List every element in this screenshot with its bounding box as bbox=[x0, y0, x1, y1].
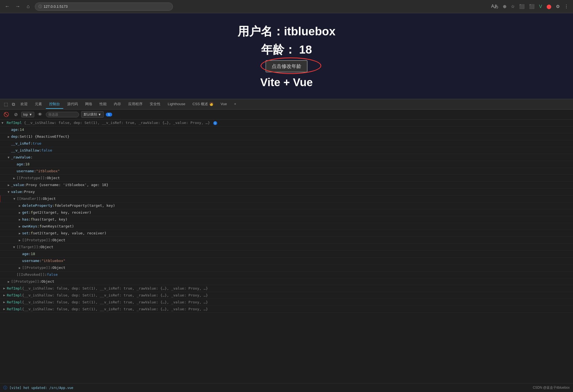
rawvalue-key-row[interactable]: ▶ _rawValue: bbox=[0, 154, 573, 161]
translate-icon[interactable]: Aあ bbox=[490, 2, 500, 10]
tab-lighthouse[interactable]: Lighthouse bbox=[164, 100, 189, 108]
delete-prop-row[interactable]: ▶ deleteProperty: f deleteProperty(targe… bbox=[0, 202, 573, 209]
tab-application[interactable]: 应用程序 bbox=[125, 100, 146, 109]
age-display: 年龄： 18 bbox=[261, 42, 312, 57]
tab-security[interactable]: 安全性 bbox=[146, 100, 164, 109]
target-arrow[interactable]: ▶ bbox=[11, 247, 17, 248]
csdn-label: CSDN @蓝盒子itbluebox bbox=[533, 385, 570, 390]
age-14-row: age: 14 bbox=[0, 126, 573, 133]
tab-sources[interactable]: 源代码 bbox=[64, 100, 81, 109]
tab-memory[interactable]: 内存 bbox=[111, 100, 124, 109]
expand-arrow-4[interactable]: ▶ bbox=[3, 299, 5, 305]
handler-arrow[interactable]: ▶ bbox=[11, 198, 17, 200]
vuejs-icon[interactable]: V bbox=[538, 3, 543, 10]
extension3-icon[interactable]: ⬤ bbox=[545, 3, 553, 10]
handler-row[interactable]: ▶ [[Handler]]: Object bbox=[0, 195, 573, 202]
tab-welcome[interactable]: 欢迎 bbox=[17, 100, 31, 109]
devtools-panel: ⬚ ⧉ 欢迎 元素 控制台 源代码 网络 性能 内存 应用程序 安全性 Ligh… bbox=[0, 99, 573, 392]
dep-row[interactable]: ▶ dep: Set(1) {ReactiveEffect} bbox=[0, 133, 573, 140]
level-dropdown-icon: ▼ bbox=[98, 113, 101, 116]
has-arrow[interactable]: ▶ bbox=[19, 217, 21, 223]
tab-vue[interactable]: Vue bbox=[217, 100, 230, 108]
target-username-row: username: "itbluebox" bbox=[0, 258, 573, 264]
has-row[interactable]: ▶ has: f has(target, key) bbox=[0, 216, 573, 223]
context-selector[interactable]: top ▼ bbox=[21, 112, 34, 117]
clear-console-button[interactable]: 🚫 bbox=[2, 111, 10, 118]
browser-right-actions: Aあ ⊕ ☆ ⬛ ⬛ V ⬤ ⚙ ⋮ bbox=[490, 2, 570, 10]
modify-age-button[interactable]: 点击修改年龄 bbox=[266, 60, 307, 72]
devtools-tabs-bar: ⬚ ⧉ 欢迎 元素 控制台 源代码 网络 性能 内存 应用程序 安全性 Ligh… bbox=[0, 99, 573, 110]
v-isshallow-row: __v_isShallow: false bbox=[0, 147, 573, 154]
filter-toggle-button[interactable]: ⊘ bbox=[13, 111, 19, 118]
value-proxy-expanded-row[interactable]: ▶ value: Proxy bbox=[0, 189, 573, 195]
target-proto-row[interactable]: ▶ [[Prototype]]: Object bbox=[0, 264, 573, 271]
top-proto-row[interactable]: ▶ [[Prototype]]: Object bbox=[0, 278, 573, 285]
rawvalue-age-row: age: 18 bbox=[0, 161, 573, 168]
device-icon[interactable]: ⧉ bbox=[10, 101, 17, 108]
expand-arrow[interactable]: ▶ bbox=[0, 122, 6, 124]
set-row[interactable]: ▶ set: f set2(target, key, value, receiv… bbox=[0, 230, 573, 237]
expand-arrow-3[interactable]: ▶ bbox=[3, 292, 5, 298]
settings-icon[interactable]: ⚙ bbox=[555, 3, 561, 10]
expand-arrow-2[interactable]: ▶ bbox=[3, 285, 5, 292]
tab-add[interactable]: + bbox=[231, 100, 240, 108]
refimpl-row5[interactable]: ▶ RefImpl {__v_isShallow: false, dep: Se… bbox=[0, 306, 573, 313]
delete-arrow[interactable]: ▶ bbox=[19, 203, 21, 209]
rawvalue-arrow[interactable]: ▶ bbox=[6, 157, 12, 159]
inspect-icon[interactable]: ⬚ bbox=[2, 100, 10, 108]
menu-icon[interactable]: ⋮ bbox=[563, 3, 570, 10]
extension1-icon[interactable]: ⬛ bbox=[518, 3, 526, 10]
target-row[interactable]: ▶ [[Target]]: Object bbox=[0, 244, 573, 251]
tab-elements[interactable]: 元素 bbox=[31, 100, 45, 109]
extension2-icon[interactable]: ⬛ bbox=[528, 3, 536, 10]
forward-button[interactable]: → bbox=[14, 3, 22, 10]
address-bar[interactable]: ⓘ 127.0.0.1:5173 bbox=[35, 2, 173, 11]
refimpl-row3[interactable]: ▶ RefImpl {__v_isShallow: false, dep: Se… bbox=[0, 292, 573, 299]
vite-vue-label: Vite + Vue bbox=[260, 76, 313, 89]
level-selector[interactable]: 默认级别 ▼ bbox=[81, 111, 104, 118]
refimpl-row4[interactable]: ▶ RefImpl {__v_isShallow: false, dep: Se… bbox=[0, 299, 573, 306]
ownkeys-row[interactable]: ▶ ownKeys: f ownKeys(target) bbox=[0, 223, 573, 230]
rawvalue-proto-arrow[interactable]: ▶ bbox=[13, 175, 15, 181]
lock-icon: ⓘ bbox=[38, 4, 42, 9]
filter-input[interactable] bbox=[46, 112, 79, 117]
value-arrow[interactable]: ▶ bbox=[6, 191, 12, 193]
expand-arrow-5[interactable]: ▶ bbox=[3, 306, 5, 312]
get-row[interactable]: ▶ get: f get2(target, key, receiver) bbox=[0, 209, 573, 216]
tab-css[interactable]: CSS 概述 🧑 bbox=[189, 100, 217, 109]
handler-proto-arrow[interactable]: ▶ bbox=[19, 237, 21, 243]
back-button[interactable]: ← bbox=[3, 3, 11, 10]
eye-icon[interactable]: 👁 bbox=[36, 111, 44, 118]
message-count-badge: 5 bbox=[106, 113, 112, 116]
level-label: 默认级别 bbox=[84, 112, 97, 117]
url-text: 127.0.0.1:5173 bbox=[44, 4, 68, 9]
hot-update-text: [vite] hot updated: /src/App.vue bbox=[9, 386, 73, 390]
top-proto-arrow[interactable]: ▶ bbox=[8, 279, 10, 285]
tab-performance[interactable]: 性能 bbox=[96, 100, 110, 109]
tab-network[interactable]: 网络 bbox=[82, 100, 96, 109]
info-icon[interactable]: i bbox=[213, 121, 217, 125]
v-isref-row: __v_isRef: true bbox=[0, 140, 573, 147]
tab-console[interactable]: 控制台 bbox=[46, 100, 63, 109]
value-proxy-arrow[interactable]: ▶ bbox=[8, 182, 10, 188]
username-display: 用户名：itbluebox bbox=[238, 24, 336, 39]
ownkeys-arrow[interactable]: ▶ bbox=[19, 224, 21, 230]
handler-proto-row[interactable]: ▶ [[Prototype]]: Object bbox=[0, 237, 573, 244]
value-proxy-row[interactable]: ▶ _value: Proxy {username: 'itbluebox', … bbox=[0, 182, 573, 189]
zoom-icon[interactable]: ⊕ bbox=[502, 3, 508, 10]
console-bottom-bar: ⓘ [vite] hot updated: /src/App.vue CSDN … bbox=[0, 383, 573, 392]
home-button[interactable]: ⌂ bbox=[24, 3, 32, 10]
refimpl-row2[interactable]: ▶ RefImpl {__v_isShallow: false, dep: Se… bbox=[0, 285, 573, 292]
refimpl-main-row[interactable]: ▶ RefImpl {__v_isShallow: false, dep: Se… bbox=[0, 120, 573, 126]
target-proto-arrow[interactable]: ▶ bbox=[19, 265, 21, 271]
dep-arrow[interactable]: ▶ bbox=[8, 134, 10, 140]
app-content: 用户名：itbluebox 年龄： 18 点击修改年龄 Vite + Vue bbox=[0, 13, 573, 99]
target-age-row: age: 18 bbox=[0, 251, 573, 258]
refimpl-text: RefImpl {__v_isShallow: false, dep: Set(… bbox=[7, 120, 217, 126]
csdn-error-icon: ⓘ bbox=[3, 385, 7, 390]
rawvalue-proto-row[interactable]: ▶ [[Prototype]]: Object bbox=[0, 175, 573, 182]
set-arrow[interactable]: ▶ bbox=[19, 231, 21, 237]
rawvalue-username-row: username: "itbluebox" bbox=[0, 168, 573, 175]
get-arrow[interactable]: ▶ bbox=[19, 210, 21, 216]
star-icon[interactable]: ☆ bbox=[510, 3, 516, 10]
